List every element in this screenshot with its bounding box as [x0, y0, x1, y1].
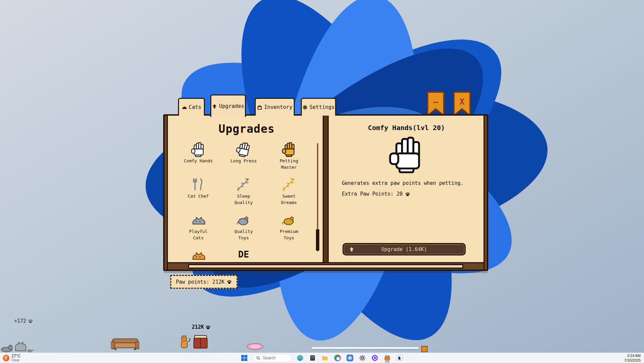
- arrow-up-icon: [349, 247, 354, 252]
- upgrade-item-comfy-hands[interactable]: Comfy Hands: [183, 141, 214, 176]
- book-page-stack: [188, 264, 463, 269]
- gold-hand-icon: [282, 142, 296, 156]
- gray-cat-icon: [191, 212, 205, 227]
- book-cover-right: [484, 116, 487, 270]
- active-app-indicator: [385, 361, 390, 362]
- tab-inventory[interactable]: Inventory: [255, 98, 295, 116]
- paw-icon: [28, 319, 33, 324]
- upgrade-description: Generates extra paw points when petting.: [342, 180, 471, 186]
- upgrade-item-sweet-dreams[interactable]: ZZZ Sweet Dreams: [274, 176, 305, 212]
- upgrade-item-playful-cats[interactable]: Playful Cats: [183, 212, 214, 247]
- app-icon-folder[interactable]: [321, 354, 329, 362]
- svg-text:Z: Z: [282, 187, 285, 191]
- settings-gear-icon: [302, 105, 308, 110]
- tab-label: Inventory: [264, 104, 292, 110]
- app-icon-files[interactable]: [308, 354, 317, 362]
- white-hand-icon: [191, 142, 205, 156]
- toy-mouse-gray-icon: [237, 212, 251, 227]
- start-button[interactable]: [240, 354, 249, 362]
- paw-icon: [405, 192, 410, 197]
- app-icon-cursor[interactable]: [395, 354, 404, 362]
- toy-mouse-gold-icon: [282, 212, 296, 227]
- windows-logo-icon: [241, 355, 247, 361]
- upgrade-item-label: Playful Cats: [183, 229, 214, 241]
- sprite-points-counter: 212K: [192, 324, 211, 330]
- book-sprite[interactable]: [192, 334, 209, 351]
- cutlery-icon: [191, 177, 205, 191]
- tab-settings[interactable]: Settings: [301, 98, 336, 116]
- orange-cat-head-icon: [191, 248, 205, 261]
- svg-text:Z: Z: [290, 177, 294, 185]
- upgrade-grid: Comfy Hands Long Press Petting Master Ca…: [176, 141, 312, 261]
- tab-cats[interactable]: Cats: [178, 98, 205, 116]
- comfy-hands-icon: [387, 136, 426, 175]
- search-input[interactable]: [263, 356, 287, 360]
- app-icon-purple[interactable]: [370, 354, 379, 362]
- app-icon-chrome[interactable]: [333, 354, 342, 362]
- upgrade-button-label: Upgrade (1.64K): [381, 246, 427, 252]
- app-icon-koi[interactable]: [296, 354, 305, 362]
- close-icon: X: [453, 97, 471, 107]
- upgrade-item-label: Quality Toys: [228, 229, 259, 241]
- weather-badge-icon: 2: [3, 355, 9, 361]
- scrollbar-thumb[interactable]: [316, 229, 319, 251]
- svg-text:Z: Z: [286, 182, 289, 188]
- white-hand-icon: [235, 141, 252, 157]
- upgrade-button[interactable]: Upgrade (1.64K): [343, 243, 466, 255]
- weather-widget[interactable]: 2 27°C Clear: [3, 353, 21, 363]
- taskbar-clock[interactable]: 3:24 AM 7/10/2025: [624, 353, 641, 363]
- minimize-icon: —: [427, 97, 445, 107]
- book-cover-left: [165, 116, 168, 270]
- paw-icon: [206, 325, 211, 330]
- weather-temperature: 27°C: [11, 354, 21, 358]
- tab-upgrades[interactable]: Upgrades: [210, 94, 246, 117]
- upgrade-item-label: Premium Toys: [274, 229, 305, 241]
- minimize-button[interactable]: —: [427, 91, 445, 117]
- svg-text:Z: Z: [237, 187, 240, 191]
- upgrade-item-label: Comfy Hands: [183, 158, 214, 164]
- upgrade-stat: Extra Paw Points: 20: [342, 191, 471, 197]
- upgrade-item-cat-chef[interactable]: Cat Chef: [183, 176, 214, 212]
- upgrade-item-label: Sleep Quality: [228, 193, 259, 206]
- tab-label: Settings: [310, 104, 335, 110]
- floating-points-value: +172: [14, 318, 26, 324]
- upgrade-item-partial[interactable]: [191, 247, 205, 261]
- search-box[interactable]: [252, 354, 292, 362]
- app-icon-settings-gear[interactable]: [358, 354, 367, 362]
- weather-condition: Clear: [11, 358, 21, 362]
- app-icon-cat-game[interactable]: [383, 354, 392, 362]
- cat-face-icon: [182, 105, 187, 110]
- upgrade-item-partial[interactable]: DE: [238, 247, 249, 261]
- paw-points-text: Paw points: 212K: [176, 279, 225, 285]
- pink-bed-sprite[interactable]: [246, 342, 264, 352]
- upgrade-arrow-icon: [212, 104, 217, 109]
- couch-sprite[interactable]: [111, 337, 139, 352]
- upgrade-detail-title: Comfy Hands(lvl 20): [330, 124, 482, 132]
- orange-cat-sprite[interactable]: [179, 335, 190, 351]
- upgrade-item-label: Cat Chef: [183, 193, 214, 200]
- search-icon: [256, 356, 260, 360]
- upgrade-item-sleep-quality[interactable]: ZZZ Sleep Quality: [228, 176, 259, 212]
- upgrade-stat-label: Extra Paw Points: 20: [342, 191, 403, 197]
- upgrade-item-quality-toys[interactable]: Quality Toys: [228, 212, 259, 247]
- svg-text:Z: Z: [241, 182, 244, 188]
- paw-points-badge: Paw points: 212K: [170, 275, 238, 289]
- upgrades-list-page: Upgrades Comfy Hands Long Press Petting …: [169, 116, 324, 262]
- clock-time: 3:24 AM: [624, 353, 641, 358]
- upgrade-item-long-press[interactable]: Long Press: [228, 141, 259, 176]
- upgrade-item-premium-toys[interactable]: Premium Toys: [274, 212, 305, 247]
- chrome-icon: [334, 355, 341, 361]
- upgrade-item-label: Petting Master: [274, 158, 305, 171]
- close-button[interactable]: X: [453, 91, 471, 117]
- gray-cats-sprite[interactable]: [1, 337, 34, 354]
- white-bar-sprite: [312, 347, 419, 349]
- app-icon-blue-gear[interactable]: [346, 354, 354, 362]
- upgrade-item-label: Sweet Dreams: [274, 193, 305, 206]
- crate-sprite[interactable]: [421, 346, 428, 352]
- scrollbar-track[interactable]: [317, 143, 318, 251]
- upgrade-item-petting-master[interactable]: Petting Master: [274, 141, 305, 176]
- floating-points-text: +172: [14, 318, 33, 324]
- paw-icon: [227, 279, 232, 284]
- upgrade-item-label: Long Press: [228, 158, 259, 164]
- inventory-box-icon: [257, 105, 262, 110]
